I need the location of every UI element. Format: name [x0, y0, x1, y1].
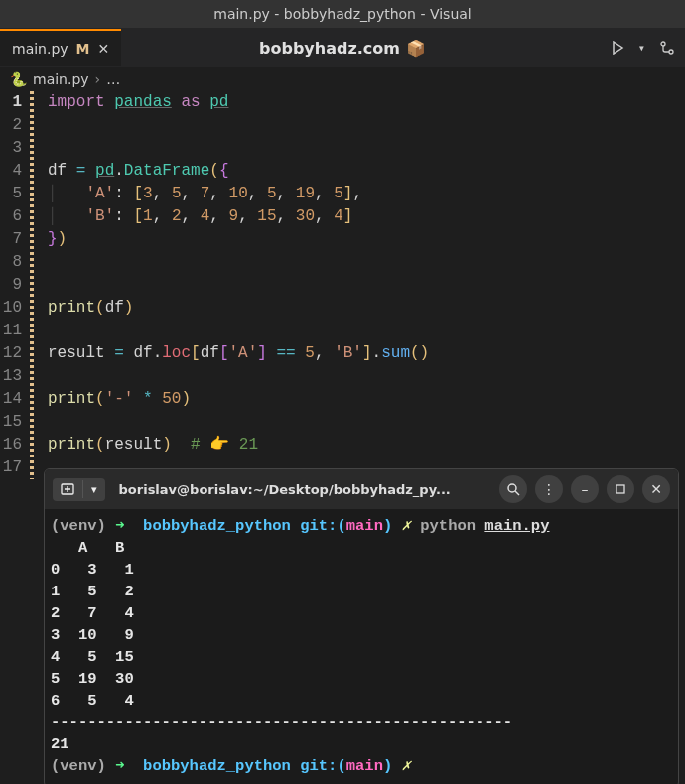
- compare-icon[interactable]: [659, 40, 675, 56]
- table-row: 0 3 1: [51, 561, 134, 579]
- maximize-icon[interactable]: [607, 475, 634, 503]
- chevron-down-icon[interactable]: ▾: [83, 478, 105, 501]
- terminal-result: 21: [51, 735, 69, 753]
- terminal-separator: ----------------------------------------…: [51, 714, 512, 731]
- chevron-right-icon: ›: [95, 71, 101, 87]
- table-row: 6 5 4: [51, 692, 134, 710]
- terminal-title: borislav@borislav:~/Desktop/bobbyhadz_py…: [113, 482, 491, 497]
- run-icon[interactable]: [611, 41, 624, 55]
- window-title: main.py - bobbyhadz_python - Visual: [213, 6, 471, 22]
- search-icon[interactable]: [499, 475, 527, 503]
- terminal-new-tab-group[interactable]: ▾: [53, 478, 105, 501]
- svg-point-0: [661, 42, 665, 46]
- breadcrumb-more: …: [106, 71, 120, 87]
- breadcrumb[interactable]: 🐍 main.py › …: [0, 67, 685, 91]
- close-icon[interactable]: ✕: [642, 475, 670, 503]
- menu-icon[interactable]: ⋮: [535, 475, 563, 503]
- box-icon: 📦: [406, 39, 426, 58]
- terminal-output-header: A B: [51, 539, 124, 557]
- tab-bar: main.py M ✕ bobbyhadz.com 📦 ▾: [0, 28, 685, 67]
- python-file-icon: 🐍: [10, 71, 27, 87]
- table-row: 2 7 4: [51, 604, 134, 622]
- new-tab-icon[interactable]: [53, 478, 82, 500]
- terminal-body[interactable]: (venv) ➜ bobbyhadz_python git:(main) ✗ p…: [45, 509, 678, 784]
- svg-point-3: [508, 484, 516, 492]
- window-title-bar: main.py - bobbyhadz_python - Visual: [0, 0, 685, 28]
- line-gutter: 1234567891011121314151617: [0, 91, 30, 479]
- code-editor[interactable]: 1234567891011121314151617 import pandas …: [0, 91, 685, 479]
- tab-filename: main.py: [12, 41, 68, 57]
- close-icon[interactable]: ✕: [98, 41, 110, 57]
- git-diff-stripe: [30, 91, 34, 479]
- table-row: 4 5 15: [51, 648, 134, 666]
- terminal-window: ▾ borislav@borislav:~/Desktop/bobbyhadz_…: [44, 468, 679, 784]
- table-row: 3 10 9: [51, 626, 134, 644]
- svg-rect-4: [616, 485, 624, 493]
- chevron-down-icon[interactable]: ▾: [638, 41, 645, 56]
- code-content[interactable]: import pandas as pd df = pd.DataFrame({ …: [48, 91, 685, 479]
- tab-modified-badge: M: [76, 41, 90, 57]
- site-label: bobbyhadz.com 📦: [259, 39, 426, 58]
- breadcrumb-filename: main.py: [33, 71, 89, 87]
- minimize-icon[interactable]: –: [571, 475, 599, 503]
- tab-main-py[interactable]: main.py M ✕: [0, 29, 121, 66]
- table-row: 5 19 30: [51, 670, 134, 688]
- svg-point-1: [669, 50, 673, 54]
- table-row: 1 5 2: [51, 583, 134, 600]
- terminal-header: ▾ borislav@borislav:~/Desktop/bobbyhadz_…: [45, 469, 678, 509]
